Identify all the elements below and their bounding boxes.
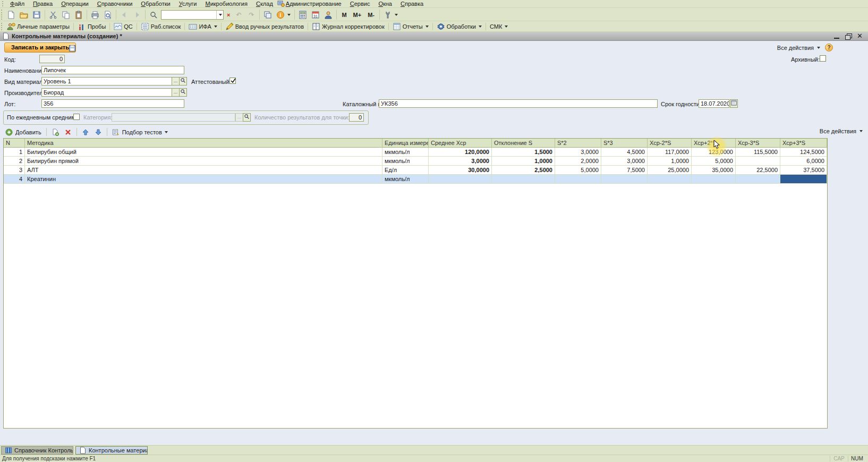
cut-button[interactable]: [47, 10, 59, 20]
toolbar-grip[interactable]: [1, 10, 4, 20]
daily-avg-checkbox[interactable]: [73, 114, 80, 120]
cell-s2[interactable]: 2,0000: [555, 157, 601, 166]
tab-catalog-window[interactable]: Справочник Контрольные ...: [1, 446, 73, 455]
cell-s2[interactable]: 5,0000: [555, 166, 601, 175]
menu-help[interactable]: Справка: [396, 0, 428, 7]
col-header-n[interactable]: N: [4, 139, 25, 148]
toolbar-grip[interactable]: [1, 23, 4, 30]
code-field[interactable]: 0: [39, 55, 65, 63]
cell-xm3s[interactable]: 22,5000: [736, 166, 780, 175]
table-row[interactable]: 3 АЛТ Ед/л 30,0000 2,5000 5,0000 7,5000 …: [4, 166, 827, 175]
category-open-button[interactable]: [243, 113, 251, 122]
delete-row-button[interactable]: [62, 127, 74, 137]
qc-button[interactable]: QC: [112, 21, 135, 32]
save-and-close-button[interactable]: Записать и закрыть: [4, 42, 76, 53]
calendar-button[interactable]: 31: [309, 10, 322, 20]
menu-edit[interactable]: Правка: [29, 0, 57, 7]
find-button[interactable]: [147, 10, 160, 20]
preview-button[interactable]: [101, 10, 114, 20]
cell-deviation[interactable]: 1,5000: [492, 148, 555, 157]
cell-n[interactable]: 4: [4, 175, 25, 184]
print-button[interactable]: [89, 10, 101, 20]
manual-results-button[interactable]: Ввод ручных результатов: [223, 21, 306, 32]
cell-avg[interactable]: [429, 175, 492, 184]
processing-button[interactable]: Обработки: [435, 21, 484, 32]
menu-service[interactable]: Сервис: [346, 0, 375, 7]
menu-processing[interactable]: Обработки: [137, 0, 174, 7]
info-button[interactable]: i: [274, 10, 293, 20]
combo-dropdown-button[interactable]: [216, 11, 223, 19]
redo-button[interactable]: ↷: [245, 10, 258, 20]
cell-xp2s[interactable]: 123,0000: [692, 148, 736, 157]
col-header-method[interactable]: Методика: [25, 139, 382, 148]
menu-administration[interactable]: Администрирование: [277, 0, 346, 7]
cell-s3[interactable]: 7,5000: [601, 166, 648, 175]
cell-deviation[interactable]: 1,0000: [492, 157, 555, 166]
forward-button[interactable]: [131, 10, 143, 20]
cell-unit[interactable]: мкмоль/л: [382, 175, 429, 184]
personal-params-button[interactable]: Личные параметры: [5, 21, 72, 32]
cell-s3[interactable]: 3,0000: [601, 157, 648, 166]
toolbar-grip[interactable]: [2, 1, 5, 6]
cell-avg[interactable]: 3,0000: [429, 157, 492, 166]
cell-xp2s[interactable]: 5,0000: [692, 157, 736, 166]
cell-deviation[interactable]: [492, 175, 555, 184]
cell-method[interactable]: Билирубин общий: [25, 148, 382, 157]
points-count-field[interactable]: 0: [349, 113, 364, 122]
cell-xp3s-active[interactable]: [780, 175, 827, 184]
tab-control-materials-window[interactable]: Контрольные материалы (с...: [75, 446, 148, 455]
name-field[interactable]: Липочек: [41, 66, 184, 74]
expiry-field[interactable]: 18.07.2020: [699, 99, 729, 108]
calculator-button[interactable]: [296, 10, 309, 20]
menu-windows[interactable]: Окна: [374, 0, 396, 7]
col-header-xm2s[interactable]: Хср-2*S: [648, 139, 692, 148]
expiry-calendar-button[interactable]: [730, 99, 738, 108]
manufacturer-field[interactable]: Биорад: [41, 88, 172, 97]
col-header-s2[interactable]: S*2: [555, 139, 601, 148]
material-type-select-button[interactable]: ...: [172, 77, 180, 85]
copy-row-button[interactable]: [49, 127, 61, 137]
col-header-deviation[interactable]: Отклонение S: [492, 139, 555, 148]
material-type-open-button[interactable]: [179, 77, 187, 85]
ifa-button[interactable]: ИФА: [186, 21, 219, 32]
manufacturer-select-button[interactable]: ...: [172, 88, 180, 97]
col-header-xp3s[interactable]: Хср+3*S: [780, 139, 827, 148]
cell-s2[interactable]: 3,0000: [555, 148, 601, 157]
restore-button[interactable]: [845, 33, 852, 39]
user-settings-button[interactable]: [322, 10, 335, 20]
cell-unit[interactable]: мкмоль/л: [382, 148, 429, 157]
corrections-log-button[interactable]: Журнал корректировок: [310, 21, 387, 32]
cell-xp3s[interactable]: 37,5000: [780, 166, 827, 175]
cell-xm3s[interactable]: [736, 157, 780, 166]
cell-xm2s[interactable]: 1,0000: [648, 157, 692, 166]
cell-n[interactable]: 3: [4, 166, 25, 175]
table-row[interactable]: 2 Билирубин прямой мкмоль/л 3,0000 1,000…: [4, 157, 827, 166]
table-row[interactable]: 1 Билирубин общий мкмоль/л 120,0000 1,50…: [4, 148, 827, 157]
write-button[interactable]: [67, 43, 77, 53]
catalog-number-field[interactable]: УК356: [379, 99, 658, 108]
cell-n[interactable]: 1: [4, 148, 25, 157]
new-document-button[interactable]: [5, 10, 18, 20]
form-all-actions-button[interactable]: Все действия: [777, 45, 820, 51]
col-header-unit[interactable]: Единица измерения: [382, 139, 429, 148]
lot-field[interactable]: 356: [41, 99, 184, 108]
col-header-xp2s[interactable]: Хср+2*S: [692, 139, 736, 148]
archive-checkbox[interactable]: [820, 55, 826, 62]
cell-n[interactable]: 2: [4, 157, 25, 166]
move-down-button[interactable]: [92, 127, 104, 137]
undo-button[interactable]: ↶: [232, 10, 245, 20]
menu-services[interactable]: Услуги: [175, 0, 201, 7]
menu-catalogs[interactable]: Справочники: [93, 0, 137, 7]
cell-unit[interactable]: мкмоль/л: [382, 157, 429, 166]
cell-xp3s[interactable]: 124,5000: [780, 148, 827, 157]
memory-m-plus-button[interactable]: М+: [350, 10, 365, 20]
cell-method[interactable]: Билирубин прямой: [25, 157, 382, 166]
cell-avg[interactable]: 30,0000: [429, 166, 492, 175]
add-row-button[interactable]: Добавить: [3, 127, 44, 137]
clear-search-button[interactable]: ×: [225, 11, 232, 19]
cell-xm3s[interactable]: [736, 175, 780, 184]
open-button[interactable]: [18, 10, 30, 20]
copy-button[interactable]: [59, 10, 72, 20]
minimize-button[interactable]: [833, 33, 840, 39]
attested-checkbox[interactable]: [229, 78, 236, 84]
